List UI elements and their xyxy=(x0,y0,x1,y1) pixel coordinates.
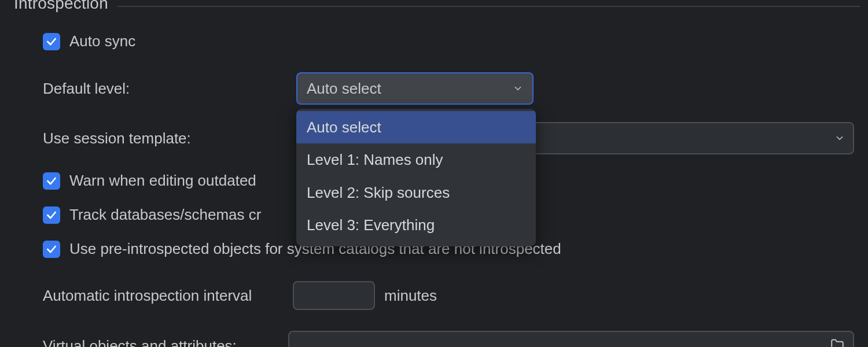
virtual-objects-row: Virtual objects and attributes: xyxy=(43,331,854,347)
interval-label: Automatic introspection interval xyxy=(43,287,284,305)
virtual-objects-field[interactable] xyxy=(288,331,854,347)
dropdown-option-auto-select[interactable]: Auto select xyxy=(296,111,536,143)
interval-row: Automatic introspection interval minutes xyxy=(43,281,854,310)
interval-suffix: minutes xyxy=(384,287,437,305)
check-icon xyxy=(46,36,57,47)
track-schemas-checkbox[interactable] xyxy=(43,206,60,224)
default-level-dropdown[interactable]: Auto select Level 1: Names only Level 2:… xyxy=(296,109,536,246)
dropdown-option-level-3[interactable]: Level 3: Everything xyxy=(296,209,536,241)
check-icon xyxy=(46,243,57,255)
check-icon xyxy=(46,209,57,221)
dropdown-option-level-2[interactable]: Level 2: Skip sources xyxy=(296,176,536,209)
interval-input[interactable] xyxy=(293,281,375,310)
default-level-select[interactable]: Auto select xyxy=(296,72,534,105)
warn-outdated-label: Warn when editing outdated xyxy=(69,172,256,190)
default-level-label: Default level: xyxy=(43,80,296,98)
auto-sync-label: Auto sync xyxy=(69,32,135,50)
track-schemas-label: Track databases/schemas cr xyxy=(69,206,261,224)
chevron-down-icon xyxy=(834,130,845,147)
section-title: Introspection xyxy=(14,0,117,13)
folder-icon xyxy=(830,337,845,348)
chevron-down-icon xyxy=(513,80,523,98)
auto-sync-checkbox[interactable] xyxy=(43,33,60,50)
default-level-row: Default level: Auto select xyxy=(43,72,854,105)
default-level-selected: Auto select xyxy=(307,80,381,98)
auto-sync-row: Auto sync xyxy=(43,32,854,50)
warn-outdated-checkbox[interactable] xyxy=(43,172,60,190)
dropdown-option-level-1[interactable]: Level 1: Names only xyxy=(296,143,536,176)
session-template-label: Use session template: xyxy=(43,130,296,147)
virtual-objects-label: Virtual objects and attributes: xyxy=(43,337,284,348)
check-icon xyxy=(46,175,57,187)
pre-introspected-checkbox[interactable] xyxy=(43,241,60,258)
